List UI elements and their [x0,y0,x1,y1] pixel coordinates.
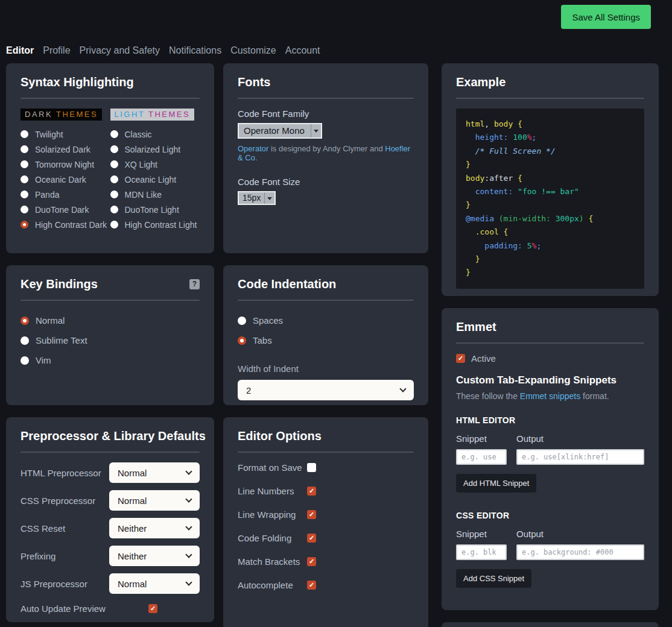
light-themes-column: LIGHT THEMES ClassicSolarized LightXQ Li… [110,109,200,232]
radio-icon[interactable] [238,317,246,325]
panel-editor-options: Editor Options Format on SaveLine Number… [223,417,428,627]
css-snippet-input[interactable] [456,544,507,560]
output-label: Output [516,529,544,539]
radio-icon[interactable] [110,130,118,138]
theme-option-panda[interactable]: Panda [21,187,110,202]
theme-option-twilight[interactable]: Twilight [21,127,110,142]
css-output-input[interactable] [516,544,644,560]
check-icon: ✓ [309,535,314,541]
html-preprocessor-select[interactable]: Normal [109,462,200,483]
select-value: Normal [118,579,147,589]
key-binding-option-normal[interactable]: Normal [21,310,200,330]
tab-profile[interactable]: Profile [43,45,70,56]
link-operator[interactable]: Operator [238,144,268,153]
checkbox-unchecked[interactable] [307,463,316,472]
code-font-size-select[interactable]: 15px [238,191,276,205]
theme-option-solarized-dark[interactable]: Solarized Dark [21,142,110,157]
radio-icon[interactable] [21,145,28,153]
tab-customize[interactable]: Customize [230,45,276,56]
dropdown-arrow-icon[interactable] [311,124,321,137]
theme-option-xq-light[interactable]: XQ Light [110,157,200,172]
divider [21,452,200,453]
indentation-option-tabs[interactable]: Tabs [238,330,414,350]
option-label: Match Brackets [238,556,307,567]
css-preprocessor-select[interactable]: Normal [109,490,200,511]
radio-icon[interactable] [21,160,28,168]
radio-icon[interactable] [110,221,118,228]
radio-icon[interactable] [110,160,118,168]
code-font-family-select[interactable]: Operator Mono [238,123,322,139]
html-editor-heading: HTML EDITOR [456,415,644,425]
radio-icon[interactable] [110,191,118,198]
radio-icon[interactable] [110,145,118,153]
checkbox-checked[interactable]: ✓ [148,604,157,613]
checkbox-checked[interactable]: ✓ [307,581,316,590]
select-value: 2 [246,385,251,395]
add-css-snippet-button[interactable]: Add CSS Snippet [456,569,531,588]
check-icon: ✓ [309,582,314,588]
theme-option-high-contrast-light[interactable]: High Contrast Light [110,217,200,232]
key-binding-option-vim[interactable]: Vim [21,350,200,370]
radio-icon-selected[interactable] [21,317,29,325]
panel-syntax-highlighting: Syntax Highlighting DARK THEMES Twilight… [6,63,214,253]
html-output-input[interactable] [516,449,644,465]
theme-option-classic[interactable]: Classic [110,127,200,142]
radio-icon[interactable] [21,206,28,213]
radio-label: DuoTone Dark [35,205,89,215]
theme-option-solarized-light[interactable]: Solarized Light [110,142,200,157]
radio-icon[interactable] [110,175,118,183]
divider [21,98,200,99]
panel-title: Fonts [238,74,414,90]
code-line: html, body { [466,118,635,131]
checkbox-checked[interactable]: ✓ [456,354,465,363]
badge-word: THEMES [56,110,98,119]
theme-option-mdn-like[interactable]: MDN Like [110,187,200,202]
tab-account[interactable]: Account [285,45,320,56]
divider [238,300,414,301]
help-icon[interactable]: ? [189,279,200,289]
panel-title: Code Indentation [238,276,414,292]
checkbox-checked[interactable]: ✓ [307,487,316,496]
radio-icon-selected[interactable] [238,336,246,345]
theme-option-oceanic-dark[interactable]: Oceanic Dark [21,172,110,187]
radio-icon[interactable] [21,356,29,365]
theme-option-high-contrast-dark[interactable]: High Contrast Dark [21,217,110,232]
radio-icon[interactable] [21,130,28,138]
key-binding-option-sublime-text[interactable]: Sublime Text [21,330,200,350]
radio-icon[interactable] [21,175,28,183]
custom-snippets-heading: Custom Tab-Expanding Snippets [456,374,644,386]
radio-icon[interactable] [110,206,118,213]
save-all-settings-button[interactable]: Save All Settings [561,5,651,29]
panel-fonts: Fonts Code Font Family Operator Mono Ope… [223,63,428,253]
checkbox-checked[interactable]: ✓ [307,557,316,566]
divider [456,98,644,99]
width-of-indent-select[interactable]: 2 [238,380,414,400]
indentation-option-spaces[interactable]: Spaces [238,310,414,330]
link-emmet-snippets[interactable]: Emmet snippets [520,391,580,401]
checkbox-checked[interactable]: ✓ [307,510,316,519]
tab-notifications[interactable]: Notifications [169,45,221,56]
js-preprocessor-select[interactable]: Normal [109,573,200,594]
field-label: CSS Preprocessor [21,496,95,506]
theme-option-duotone-dark[interactable]: DuoTone Dark [21,202,110,217]
theme-option-duotone-light[interactable]: DuoTone Light [110,202,200,217]
html-snippet-input[interactable] [456,449,507,465]
theme-option-oceanic-light[interactable]: Oceanic Light [110,172,200,187]
dropdown-arrow-icon[interactable] [264,192,274,204]
tab-editor[interactable]: Editor [6,45,34,56]
radio-icon[interactable] [21,191,28,198]
radio-icon[interactable] [21,336,29,345]
radio-label: Spaces [253,315,283,326]
radio-label: Oceanic Dark [35,175,86,184]
checkbox-checked[interactable]: ✓ [307,534,316,543]
badge-word: DARK [25,110,52,119]
theme-option-tomorrow-night[interactable]: Tomorrow Night [21,157,110,172]
option-label: Autocomplete [238,580,307,590]
add-html-snippet-button[interactable]: Add HTML Snippet [456,474,536,493]
option-label: Line Wrapping [238,509,307,520]
tab-privacy-and-safety[interactable]: Privacy and Safety [80,45,160,56]
select-value: Normal [118,468,147,478]
prefixing-select[interactable]: Neither [109,546,200,566]
radio-icon-selected[interactable] [21,221,28,228]
css-reset-select[interactable]: Neither [109,518,200,538]
